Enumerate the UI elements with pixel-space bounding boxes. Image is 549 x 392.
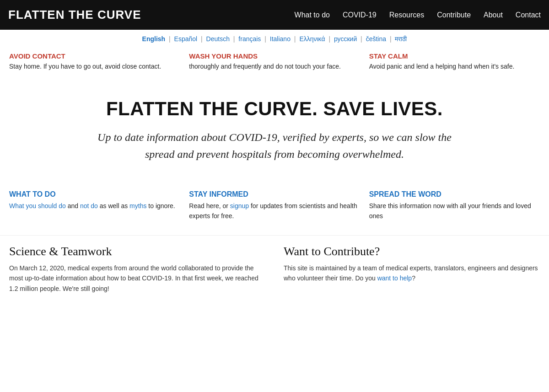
bottom-contribute-body: This site is maintained by a team of med… bbox=[284, 263, 540, 284]
tip-wash-hands-title: WASH YOUR HANDS bbox=[189, 52, 360, 60]
tip-stay-calm-title: STAY CALM bbox=[369, 52, 540, 60]
tip-avoid-contact: AVOID CONTACT Stay home. If you have to … bbox=[9, 52, 180, 71]
bottom-science: Science & Teamwork On March 12, 2020, me… bbox=[9, 245, 265, 294]
action-stay-informed-title: STAY INFORMED bbox=[189, 190, 360, 199]
site-logo: FLATTEN THE CURVE bbox=[8, 8, 141, 22]
lang-marathi[interactable]: मराठी bbox=[395, 35, 407, 43]
tip-wash-hands: WASH YOUR HANDS thoroughly and frequentl… bbox=[189, 52, 360, 71]
lang-espanol[interactable]: Español bbox=[174, 35, 198, 43]
hero-heading: FLATTEN THE CURVE. SAVE LIVES. bbox=[37, 98, 512, 120]
action-what-to-do-body: What you should do and not do as well as… bbox=[9, 201, 180, 211]
tips-bar: AVOID CONTACT Stay home. If you have to … bbox=[0, 48, 549, 80]
lang-sep-1: | bbox=[169, 35, 171, 43]
lang-sep-6: | bbox=[328, 35, 330, 43]
lang-greek[interactable]: Ελληνικά bbox=[299, 35, 325, 43]
lang-russian[interactable]: русский bbox=[334, 35, 357, 43]
link-what-you-should-do[interactable]: What you should do bbox=[9, 202, 66, 209]
tip-avoid-contact-title: AVOID CONTACT bbox=[9, 52, 180, 60]
tip-wash-hands-body: thoroughly and frequently and do not tou… bbox=[189, 62, 360, 71]
link-myths[interactable]: myths bbox=[129, 202, 146, 209]
lang-italiano[interactable]: Italiano bbox=[270, 35, 291, 43]
tip-stay-calm-body: Avoid panic and lend a helping hand when… bbox=[369, 62, 540, 71]
lang-sep-5: | bbox=[294, 35, 296, 43]
lang-sep-3: | bbox=[233, 35, 235, 43]
bottom-sections: Science & Teamwork On March 12, 2020, me… bbox=[0, 235, 549, 307]
link-want-to-help[interactable]: want to help bbox=[377, 274, 412, 282]
lang-sep-7: | bbox=[361, 35, 362, 43]
nav-covid19[interactable]: COVID-19 bbox=[343, 11, 377, 19]
bottom-science-body: On March 12, 2020, medical experts from … bbox=[9, 263, 265, 294]
tip-avoid-contact-body: Stay home. If you have to go out, avoid … bbox=[9, 62, 180, 71]
lang-sep-4: | bbox=[264, 35, 266, 43]
link-signup[interactable]: signup bbox=[230, 202, 249, 209]
lang-sep-8: | bbox=[390, 35, 392, 43]
bottom-science-heading: Science & Teamwork bbox=[9, 245, 265, 258]
nav-what-to-do[interactable]: What to do bbox=[295, 11, 330, 19]
nav-contact[interactable]: Contact bbox=[516, 11, 541, 19]
bottom-contribute-heading: Want to Contribute? bbox=[284, 245, 540, 258]
action-spread-word-body: Share this information now with all your… bbox=[369, 201, 540, 221]
link-not-do[interactable]: not do bbox=[80, 202, 98, 209]
bottom-contribute: Want to Contribute? This site is maintai… bbox=[284, 245, 540, 294]
action-spread-word-title: SPREAD THE WORD bbox=[369, 190, 540, 199]
actions-section: WHAT TO DO What you should do and not do… bbox=[0, 177, 549, 230]
nav-contribute[interactable]: Contribute bbox=[437, 11, 471, 19]
action-stay-informed-body: Read here, or signup for updates from sc… bbox=[189, 201, 360, 221]
nav-resources[interactable]: Resources bbox=[389, 11, 424, 19]
action-stay-informed: STAY INFORMED Read here, or signup for u… bbox=[189, 190, 360, 221]
lang-deutsch[interactable]: Deutsch bbox=[206, 35, 230, 43]
lang-czech[interactable]: čeština bbox=[366, 35, 386, 43]
hero-section: FLATTEN THE CURVE. SAVE LIVES. Up to dat… bbox=[0, 80, 549, 177]
tip-stay-calm: STAY CALM Avoid panic and lend a helping… bbox=[369, 52, 540, 71]
action-what-to-do: WHAT TO DO What you should do and not do… bbox=[9, 190, 180, 221]
action-what-to-do-title: WHAT TO DO bbox=[9, 190, 180, 199]
hero-subheading: Up to date information about COVID-19, v… bbox=[96, 129, 453, 163]
language-bar: English | Español | Deutsch | français |… bbox=[0, 30, 549, 48]
action-spread-word: SPREAD THE WORD Share this information n… bbox=[369, 190, 540, 221]
lang-sep-2: | bbox=[201, 35, 203, 43]
lang-francais[interactable]: français bbox=[238, 35, 261, 43]
nav-about[interactable]: About bbox=[484, 11, 503, 19]
lang-english[interactable]: English bbox=[142, 35, 166, 43]
nav-links: What to do COVID-19 Resources Contribute… bbox=[295, 11, 541, 19]
